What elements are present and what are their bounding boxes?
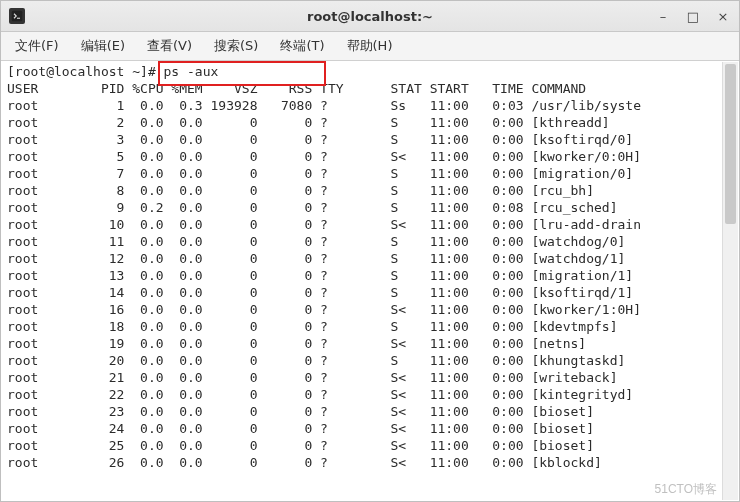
terminal-output[interactable]: [root@localhost ~]# ps -aux USER PID %CP…	[7, 63, 719, 501]
menu-search[interactable]: 搜索(S)	[208, 34, 264, 58]
menu-file[interactable]: 文件(F)	[9, 34, 65, 58]
maximize-button[interactable]: □	[681, 6, 705, 26]
minimize-button[interactable]: –	[651, 6, 675, 26]
window-controls: – □ ×	[651, 1, 735, 31]
terminal-app-icon	[9, 8, 25, 24]
scrollbar[interactable]	[722, 62, 738, 500]
terminal-area[interactable]: [root@localhost ~]# ps -aux USER PID %CP…	[1, 61, 739, 501]
scroll-thumb[interactable]	[725, 64, 736, 224]
terminal-window: root@localhost:~ – □ × 文件(F) 编辑(E) 查看(V)…	[0, 0, 740, 502]
window-title: root@localhost:~	[307, 9, 433, 24]
menubar: 文件(F) 编辑(E) 查看(V) 搜索(S) 终端(T) 帮助(H)	[1, 32, 739, 61]
menu-view[interactable]: 查看(V)	[141, 34, 198, 58]
menu-help[interactable]: 帮助(H)	[341, 34, 399, 58]
titlebar: root@localhost:~ – □ ×	[1, 1, 739, 32]
menu-terminal[interactable]: 终端(T)	[274, 34, 330, 58]
menu-edit[interactable]: 编辑(E)	[75, 34, 131, 58]
watermark: 51CTO博客	[655, 481, 717, 498]
close-button[interactable]: ×	[711, 6, 735, 26]
